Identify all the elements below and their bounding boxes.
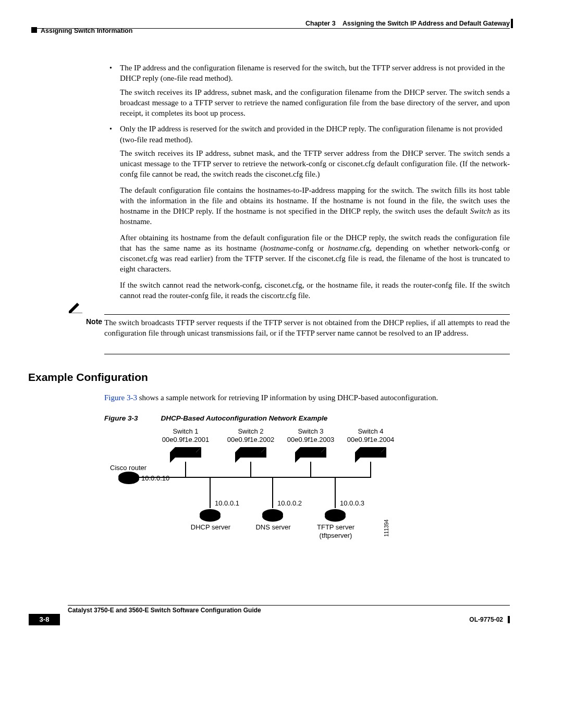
server-ip: 10.0.0.2 <box>277 499 302 507</box>
note-text: The switch broadcasts TFTP server reques… <box>104 317 510 339</box>
diagram-line <box>370 462 371 477</box>
svg-point-15 <box>325 511 346 522</box>
bullet-dot: • <box>109 64 112 73</box>
para: After obtaining its hostname from the de… <box>120 232 510 275</box>
intro-text: shows a sample network for retrieving IP… <box>137 393 438 402</box>
header-tick <box>511 19 513 28</box>
running-header: Chapter 3 Assigning the Switch IP Addres… <box>31 20 510 27</box>
heading-example-configuration: Example Configuration <box>28 371 148 384</box>
server-ip: 10.0.0.1 <box>215 499 239 507</box>
diagram-line <box>310 462 311 477</box>
section-title: Assigning Switch Information <box>41 27 132 34</box>
section-marker <box>31 27 37 33</box>
note-pencil-icon <box>68 301 82 315</box>
bullet-text: Only the IP address is reserved for the … <box>120 125 503 143</box>
server-icon <box>262 509 284 524</box>
svg-point-9 <box>118 474 139 484</box>
note-label: Note <box>86 317 102 326</box>
svg-marker-1 <box>170 447 201 452</box>
diagram-line <box>185 462 186 477</box>
page-number: 3-8 <box>29 614 60 625</box>
footer-guide-title: Catalyst 3750-E and 3560-E Switch Softwa… <box>68 607 261 614</box>
router-icon <box>118 471 140 486</box>
svg-marker-7 <box>355 447 386 452</box>
server-label: TFTP server(tftpserver) <box>310 523 362 539</box>
page: Chapter 3 Assigning the Switch IP Addres… <box>0 0 563 728</box>
server-label: DHCP server <box>185 523 237 532</box>
para: If the switch cannot read the network-co… <box>120 280 510 301</box>
bullet-text: The IP address and the configuration fil… <box>120 64 505 82</box>
switch-label: Switch 200e0.9f1e.2002 <box>222 427 279 443</box>
chapter-title: Assigning the Switch IP Address and Defa… <box>342 20 510 27</box>
server-label: DNS server <box>247 523 299 532</box>
diagram-id: 111394 <box>384 520 389 537</box>
note-rule-top <box>104 314 510 315</box>
switch-icon <box>170 447 201 460</box>
bullet-item: • Only the IP address is reserved for th… <box>104 124 510 145</box>
figure-caption: Figure 3-3DHCP-Based Autoconfiguration N… <box>104 414 327 422</box>
svg-marker-3 <box>235 447 266 452</box>
router-label: Cisco router <box>110 464 146 472</box>
diagram-line <box>137 477 371 478</box>
switch-icon <box>235 447 266 460</box>
diagram-line <box>272 477 273 508</box>
diagram-line <box>210 477 211 508</box>
network-diagram: Switch 100e0.9f1e.2001 Switch 200e0.9f1e… <box>118 427 410 558</box>
svg-point-11 <box>200 511 221 522</box>
footer-tick <box>508 616 510 623</box>
router-ip: 10.0.0.10 <box>141 474 169 482</box>
footer-rule <box>68 605 510 606</box>
para: The switch receives its IP address, subn… <box>120 87 510 119</box>
switch-label: Switch 400e0.9f1e.2004 <box>342 427 399 443</box>
figure-link[interactable]: Figure 3-3 <box>104 393 137 402</box>
bullet-item: • The IP address and the configuration f… <box>104 63 510 84</box>
svg-marker-5 <box>295 447 326 452</box>
server-ip: 10.0.0.3 <box>340 499 364 507</box>
server-icon <box>199 509 221 524</box>
switch-label: Switch 300e0.9f1e.2003 <box>282 427 339 443</box>
figure-title: DHCP-Based Autoconfiguration Network Exa… <box>161 414 328 422</box>
note-rule-bottom <box>104 354 510 354</box>
bullet-dot: • <box>109 125 112 134</box>
para: The switch receives its IP address, subn… <box>120 148 510 180</box>
svg-point-13 <box>262 511 283 522</box>
switch-icon <box>295 447 326 460</box>
body-text: • The IP address and the configuration f… <box>104 63 510 306</box>
figure-number: Figure 3-3 <box>104 414 138 422</box>
switch-icon <box>355 447 386 460</box>
server-icon <box>324 509 346 524</box>
chapter-number: Chapter 3 <box>305 20 336 27</box>
switch-label: Switch 100e0.9f1e.2001 <box>157 427 214 443</box>
doc-id: OL-9775-02 <box>469 616 503 623</box>
diagram-line <box>335 477 336 508</box>
diagram-line <box>250 462 251 477</box>
para: The default configuration file contains … <box>120 185 510 227</box>
intro-para: Figure 3-3 shows a sample network for re… <box>104 392 510 403</box>
